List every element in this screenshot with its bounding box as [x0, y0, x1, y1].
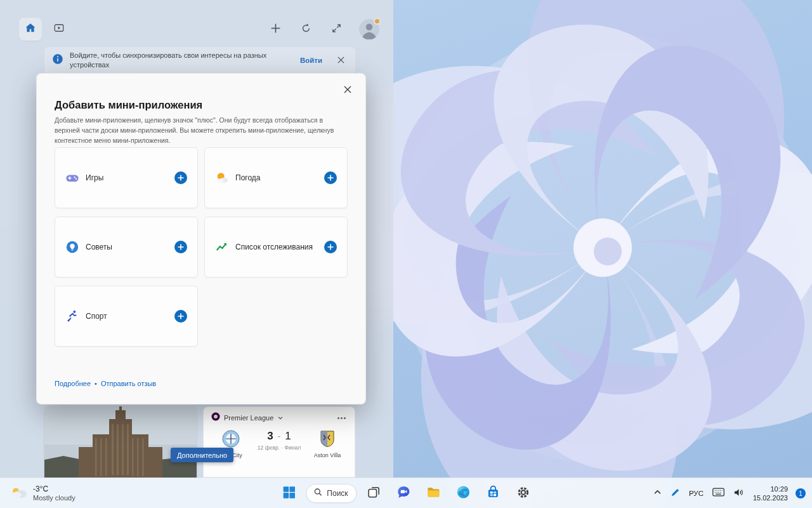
away-score: 1 [285, 430, 291, 443]
bloom-flower-graphic [330, 0, 812, 508]
plus-icon [178, 313, 184, 319]
tray-time: 10:29 [770, 485, 788, 493]
add-weather-button[interactable] [324, 171, 337, 184]
league-icon [211, 412, 220, 424]
settings-button[interactable] [511, 481, 536, 506]
start-icon [282, 485, 296, 502]
start-button[interactable] [276, 481, 301, 506]
file-explorer-button[interactable] [421, 481, 447, 506]
pen-tray-button[interactable] [667, 481, 684, 506]
score-separator: - [278, 431, 281, 441]
volume-icon [733, 488, 744, 500]
add-widgets-dialog: Добавить мини-приложения Добавьте мини-п… [36, 73, 366, 404]
building-photo [44, 406, 197, 478]
widget-card-label: Погода [235, 173, 261, 182]
widget-card-weather[interactable]: Погода [204, 147, 348, 208]
volume-button[interactable] [730, 481, 748, 506]
edge-button[interactable] [451, 481, 476, 506]
tray-date: 15.02.2023 [753, 493, 788, 502]
link-separator: • [95, 380, 97, 387]
tooltip-more-options: Дополнительно [171, 448, 233, 462]
taskbar-weather-button[interactable]: -3°C Mostly cloudy [4, 478, 82, 508]
chat-button[interactable] [391, 481, 417, 506]
widget-card-games[interactable]: Игры [55, 147, 198, 208]
widget-card-label: Список отслеживания [235, 243, 313, 251]
taskbar-center-icons: Поиск [276, 478, 535, 508]
store-icon [486, 485, 501, 502]
dialog-close-button[interactable] [339, 81, 357, 99]
learn-more-link[interactable]: Подробнее [55, 380, 91, 387]
touch-keyboard-button[interactable] [709, 481, 728, 506]
search-icon [313, 488, 322, 499]
widget-card-grid: Игры Погода Советы [55, 147, 348, 347]
search-label: Поиск [327, 489, 348, 498]
language-label: РУС [689, 490, 704, 497]
plus-icon [178, 244, 184, 250]
send-feedback-link[interactable]: Отправить отзыв [101, 380, 156, 387]
tips-icon [65, 240, 79, 254]
task-view-button[interactable] [362, 481, 387, 506]
pen-icon [671, 488, 680, 500]
notification-count-badge[interactable]: 1 [796, 488, 806, 498]
sports-widget-more-button[interactable] [336, 416, 347, 420]
weather-temperature: -3°C [33, 485, 75, 494]
cloud-icon [10, 486, 28, 501]
weather-icon [215, 171, 229, 185]
close-icon [344, 84, 351, 96]
watchlist-icon [215, 240, 229, 254]
chevron-up-icon [653, 488, 662, 499]
dialog-footer-links: Подробнее • Отправить отзыв [55, 380, 156, 387]
taskbar-search-box[interactable]: Поиск [306, 484, 357, 503]
chat-icon [396, 485, 412, 502]
away-team: Aston Villa [308, 430, 347, 458]
widget-card-label: Советы [86, 243, 112, 251]
edge-icon [456, 485, 471, 502]
league-selector[interactable]: Premier League [224, 414, 273, 422]
aston-villa-crest-icon [319, 430, 336, 450]
score-block: 3 - 1 12 февр. · Финал [251, 430, 308, 451]
chevron-down-icon[interactable] [277, 412, 284, 424]
add-tips-button[interactable] [174, 241, 187, 253]
more-icon [337, 417, 339, 419]
file-explorer-icon [426, 485, 442, 502]
home-score: 3 [267, 430, 273, 443]
plus-icon [327, 175, 334, 181]
sports-icon [65, 309, 79, 323]
plus-icon [327, 244, 334, 250]
widget-card-label: Игры [86, 173, 103, 182]
language-indicator[interactable]: РУС [685, 481, 707, 506]
settings-gear-icon [516, 485, 530, 502]
taskbar-system-tray: РУС 10:29 15.02.2023 1 [650, 478, 809, 508]
taskbar: -3°C Mostly cloudy Поиск [0, 478, 812, 508]
add-games-button[interactable] [174, 171, 187, 184]
keyboard-icon [712, 488, 724, 499]
sports-widget-header: Premier League [211, 412, 347, 424]
away-team-name: Aston Villa [314, 452, 341, 458]
widget-card-label: Спорт [86, 312, 107, 321]
task-view-icon [367, 485, 381, 502]
weather-condition: Mostly cloudy [33, 494, 75, 503]
add-sports-button[interactable] [174, 310, 187, 323]
clock-button[interactable]: 10:29 15.02.2023 [749, 485, 792, 503]
show-hidden-icons-button[interactable] [650, 481, 665, 506]
widget-card-tips[interactable]: Советы [55, 217, 198, 277]
games-icon [65, 171, 79, 185]
match-meta: 12 февр. · Финал [258, 444, 301, 451]
widget-card-sports[interactable]: Спорт [55, 286, 198, 347]
news-image-widget[interactable] [44, 406, 197, 478]
store-button[interactable] [481, 481, 506, 506]
add-watchlist-button[interactable] [324, 241, 337, 253]
widget-card-watchlist[interactable]: Список отслеживания [204, 217, 348, 277]
plus-icon [178, 175, 184, 181]
dialog-description: Добавьте мини-приложения, щелкнув значок… [55, 116, 348, 145]
sports-widget[interactable]: Premier League Man City 3 - 1 [203, 406, 355, 478]
widgets-panel: Войдите, чтобы синхронизировать свои инт… [0, 0, 393, 478]
dialog-title: Добавить мини-приложения [55, 99, 202, 111]
